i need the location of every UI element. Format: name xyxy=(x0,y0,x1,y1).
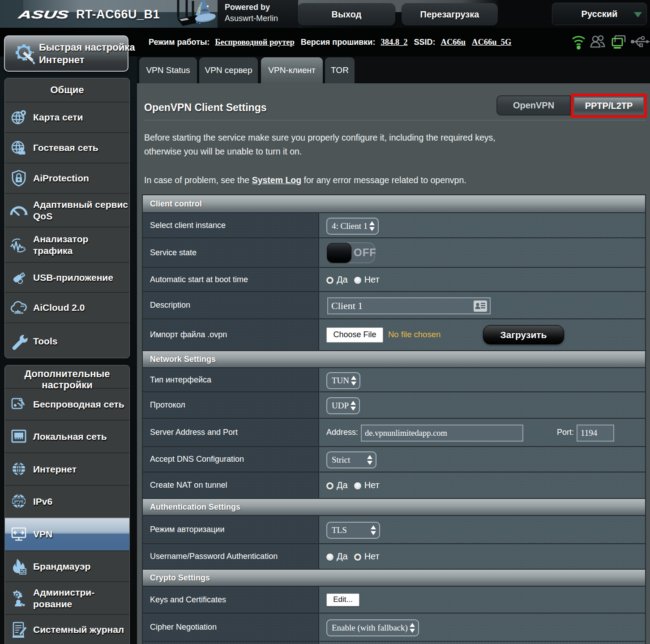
svg-text:IPV6: IPV6 xyxy=(14,499,24,504)
